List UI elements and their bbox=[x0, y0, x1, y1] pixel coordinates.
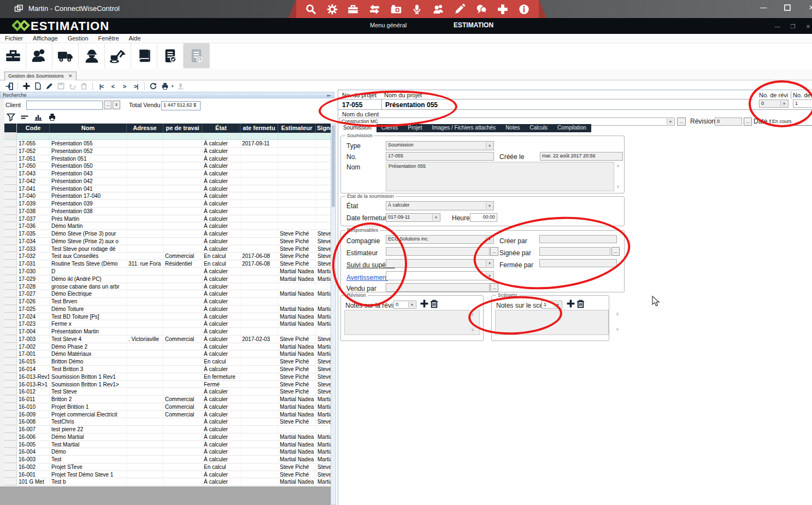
toolbox-icon[interactable] bbox=[347, 3, 359, 15]
estimateur-field[interactable] bbox=[386, 247, 490, 256]
vendu-par-field[interactable] bbox=[386, 283, 490, 292]
table-row[interactable]: 16-011 Britton 2 Commercial À calculer M… bbox=[4, 396, 331, 403]
revision-field[interactable]: 0 bbox=[715, 118, 742, 126]
row-indicator[interactable] bbox=[4, 222, 17, 230]
row-indicator[interactable] bbox=[4, 463, 17, 471]
notes-scenario-textarea[interactable] bbox=[495, 310, 609, 335]
row-indicator[interactable] bbox=[4, 471, 17, 478]
row-indicator[interactable] bbox=[4, 260, 17, 267]
search-icon[interactable] bbox=[305, 3, 317, 15]
table-row[interactable]: 17-003 Test Steve 4 . Victoriaville Comm… bbox=[4, 336, 331, 343]
chevron-down-icon[interactable]: ▾ bbox=[432, 214, 439, 221]
table-row[interactable]: 17-027 Démo Électrique À calculer Martia… bbox=[4, 290, 331, 298]
filter-funnel-icon[interactable] bbox=[7, 113, 15, 121]
table-row[interactable]: 17-038 Présentation 038 À calculer bbox=[4, 208, 331, 215]
last-icon[interactable]: >| bbox=[131, 82, 140, 91]
row-indicator[interactable] bbox=[4, 478, 17, 485]
menu-aide[interactable]: Aide bbox=[124, 35, 146, 42]
table-row[interactable]: 16-014 Test Britton 3 À calculer Steve P… bbox=[4, 366, 331, 373]
table-row[interactable]: 16-006 Démo Martial À calculer Martial N… bbox=[4, 433, 331, 441]
tab-projet[interactable]: Projet bbox=[403, 124, 427, 132]
row-indicator[interactable] bbox=[4, 252, 17, 260]
table-row[interactable]: 17-025 Démo Toiture À calculer Martial N… bbox=[4, 306, 331, 313]
row-indicator[interactable] bbox=[4, 343, 17, 350]
chevron-down-icon[interactable]: ▾ bbox=[486, 142, 493, 149]
excavator-icon[interactable] bbox=[105, 43, 131, 68]
row-indicator[interactable] bbox=[4, 441, 17, 448]
scenario-number-select[interactable]: 1▾ bbox=[542, 301, 562, 309]
table-row[interactable]: 16-004 Démo À calculer Martial Nadea Mar… bbox=[4, 448, 331, 456]
client-input[interactable] bbox=[26, 101, 103, 110]
first-icon[interactable]: |< bbox=[97, 82, 106, 91]
row-indicator[interactable] bbox=[4, 388, 17, 395]
table-row[interactable]: 16-008 TestChris À calculer Steve Piché … bbox=[4, 418, 331, 426]
col-date-fermeture[interactable]: ate fermetu bbox=[240, 124, 278, 133]
tab-clients[interactable]: Clients bbox=[376, 124, 403, 132]
table-row[interactable]: 101 G Met Test b À calculer Martial Nade… bbox=[4, 478, 331, 486]
chevron-down-icon[interactable]: ▾ bbox=[486, 236, 493, 243]
col-type-travail[interactable]: pe de travai bbox=[163, 124, 202, 133]
table-row[interactable]: 17-055 Présentation 055 À calculer 2017-… bbox=[4, 140, 331, 148]
row-indicator[interactable] bbox=[4, 358, 17, 365]
clients-icon[interactable] bbox=[26, 43, 52, 68]
row-indicator[interactable] bbox=[4, 215, 17, 222]
next-icon[interactable]: > bbox=[120, 82, 129, 91]
row-indicator[interactable] bbox=[4, 448, 17, 455]
table-row[interactable]: 16-015 Britton Démo En calcul Steve Pich… bbox=[4, 358, 331, 366]
row-indicator[interactable] bbox=[4, 148, 17, 155]
row-indicator[interactable] bbox=[4, 350, 17, 357]
camera-icon[interactable] bbox=[390, 3, 403, 15]
menu-affichage[interactable]: Affichage bbox=[28, 35, 63, 42]
table-row[interactable]: 17-040 Présentation 17-040 À calculer bbox=[4, 192, 331, 200]
etat-select[interactable]: À calculer▾ bbox=[386, 201, 494, 210]
scroll-down-icon[interactable]: ∨ bbox=[616, 327, 619, 332]
table-row[interactable]: 17-023 Ferme x À calculer Martial Nadea … bbox=[4, 320, 331, 328]
undo-icon[interactable] bbox=[68, 82, 77, 91]
table-row[interactable]: 17-042 Présentation 042 À calculer bbox=[4, 178, 331, 185]
tab-notes[interactable]: Notes bbox=[501, 124, 525, 132]
table-row[interactable]: 17-033 Test Steve pour rodage dé À calcu… bbox=[4, 245, 331, 253]
row-indicator[interactable] bbox=[4, 275, 17, 283]
table-row[interactable]: 17-034 Démo Steve (Prise 2) aux o À calc… bbox=[4, 238, 331, 245]
row-indicator[interactable] bbox=[4, 268, 17, 275]
table-row[interactable]: 16-010 Projet Brittion 1 Commercial À ca… bbox=[4, 403, 331, 411]
no-scenario-field[interactable]: 1 bbox=[793, 99, 812, 108]
compagnie-select[interactable]: ECC Solutions inc.▾ bbox=[386, 235, 494, 244]
table-row[interactable]: 16-003 Test À calculer Martial Nadea Mar… bbox=[4, 456, 331, 463]
notes-revision-textarea[interactable] bbox=[344, 310, 480, 335]
row-indicator[interactable] bbox=[4, 313, 17, 320]
row-indicator[interactable] bbox=[4, 433, 17, 441]
chevron-down-icon[interactable]: ▾ bbox=[486, 260, 493, 267]
table-vertical-scrollbar[interactable] bbox=[331, 124, 336, 505]
row-indicator[interactable] bbox=[4, 396, 17, 403]
table-row[interactable]: 16-002 Projet STeve En calcul Steve Pich… bbox=[4, 463, 331, 471]
table-row[interactable]: 16-001 Projet Test Démo Steve 1 À calcul… bbox=[4, 471, 331, 479]
app-minimize-icon[interactable]: — bbox=[772, 22, 784, 30]
menu-gestion[interactable]: Gestion bbox=[63, 35, 93, 42]
summary-rows-icon[interactable] bbox=[20, 113, 29, 121]
table-row[interactable]: 17-002 Démo Phase 2 À calculer Martial N… bbox=[4, 343, 331, 351]
row-indicator[interactable] bbox=[4, 140, 17, 147]
row-indicator[interactable] bbox=[4, 328, 17, 335]
table-row[interactable]: 17-001 Démo Matériaux À calculer Martial… bbox=[4, 350, 331, 358]
table-row[interactable]: 16-013-Rev1 Soumission Britton 1 Rev1 En… bbox=[4, 373, 331, 381]
table-row[interactable]: 16-009 Projet commercial Électricit Comm… bbox=[4, 411, 331, 419]
gear-icon[interactable] bbox=[326, 3, 338, 15]
row-indicator[interactable] bbox=[4, 426, 17, 433]
row-indicator[interactable] bbox=[4, 178, 17, 185]
table-row[interactable]: 17-037 Prés Martin À calculer bbox=[4, 215, 331, 223]
scrollbar-thumb[interactable] bbox=[332, 125, 335, 207]
add-icon[interactable] bbox=[22, 82, 31, 91]
col-signe[interactable]: Signé bbox=[316, 124, 331, 133]
row-indicator[interactable] bbox=[4, 456, 17, 463]
transfer-arrows-icon[interactable] bbox=[368, 3, 381, 15]
table-row[interactable]: 16-013-R>1 Soumission Britton 1 Rev1> Fe… bbox=[4, 381, 331, 389]
close-icon[interactable]: ✕ bbox=[803, 0, 812, 15]
row-indicator[interactable] bbox=[4, 170, 17, 177]
table-row[interactable]: 16-005 Test Martial À calculer Martial N… bbox=[4, 441, 331, 449]
revision-number-select[interactable]: 0▾ bbox=[393, 301, 416, 309]
row-indicator[interactable] bbox=[4, 290, 17, 297]
print-icon[interactable] bbox=[160, 82, 169, 91]
row-indicator[interactable] bbox=[4, 366, 17, 373]
table-row[interactable]: 17-028 grosse cabane dans un arbr À calc… bbox=[4, 283, 331, 291]
